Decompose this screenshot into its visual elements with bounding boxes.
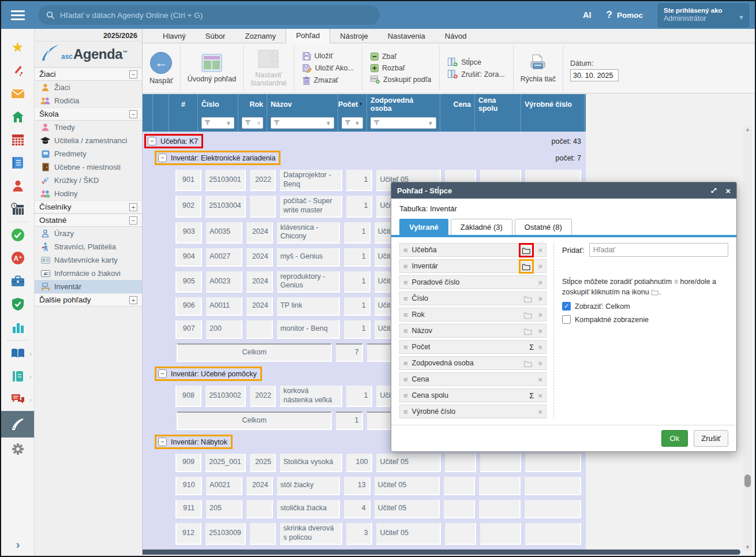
section-ciselniky[interactable]: Číselníky+: [35, 200, 142, 214]
sidebar-item-navstevnicke[interactable]: Návštevnícke karty: [35, 253, 142, 267]
remove-column-icon[interactable]: ×: [538, 343, 542, 352]
initial-view-button[interactable]: Úvodný pohľad: [188, 54, 236, 83]
column-header-cislo[interactable]: Číslo: [198, 94, 238, 114]
table-row[interactable]: 9092025_0012025Stolička vysoká100Učiteľ …: [143, 451, 586, 474]
column-header-pocet[interactable]: Počet▼: [338, 94, 367, 114]
hamburger-menu-button[interactable]: [1, 1, 35, 29]
save-view-button[interactable]: Uložiť: [301, 50, 334, 62]
vertical-scrollbar-thumb[interactable]: [744, 474, 751, 487]
dialog-title-bar[interactable]: Pohľad - Stĺpce ×: [391, 182, 736, 199]
add-column-search-input[interactable]: [589, 243, 728, 257]
table-row[interactable]: 910A00212024stôl žiacky13Učiteľ 05: [143, 474, 586, 498]
column-header-rok[interactable]: Rok: [238, 94, 267, 114]
settings-gear-icon[interactable]: [1, 438, 34, 461]
remove-column-icon[interactable]: ×: [538, 359, 542, 368]
filter-cislo[interactable]: ▼: [201, 117, 234, 129]
filter-rok[interactable]: ×: [242, 117, 263, 129]
column-header-vyrobne[interactable]: Výrobné číslo: [521, 94, 585, 114]
drag-handle-icon[interactable]: ≡: [403, 311, 408, 319]
quick-print-button[interactable]: Rýchla tlač: [521, 54, 556, 83]
remove-column-icon[interactable]: ×: [538, 294, 542, 303]
expand-rail-chevron[interactable]: ›: [1, 538, 35, 551]
group-folder-icon[interactable]: [523, 294, 533, 303]
group-folder-icon[interactable]: [523, 327, 533, 335]
sidebar-item-hodiny[interactable]: Hodiny: [35, 187, 142, 200]
group-folder-icon[interactable]: [522, 246, 531, 255]
pen-agenda-icon-active[interactable]: [1, 411, 34, 438]
cancel-button[interactable]: Zrušiť: [694, 430, 728, 447]
tab-subor[interactable]: Súbor: [196, 29, 235, 43]
remove-column-icon[interactable]: ×: [538, 408, 542, 416]
school-year-label[interactable]: 2025/2026: [35, 29, 142, 42]
delete-view-button[interactable]: Zmazať: [301, 74, 340, 87]
collapse-all-button[interactable]: Zbaľ: [369, 51, 398, 62]
collapse-toggle[interactable]: −: [129, 70, 137, 78]
grades-icon[interactable]: A⁺: [1, 246, 34, 270]
expand-toggle[interactable]: +: [129, 296, 137, 304]
ai-button[interactable]: AI: [583, 10, 592, 20]
drag-handle-icon[interactable]: ≡: [403, 375, 408, 384]
collapse-group-button[interactable]: −: [158, 154, 167, 162]
dialog-column-row[interactable]: ≡Rok×: [399, 308, 547, 322]
table-row[interactable]: 911205stolička žiacka4Učiteľ 05: [143, 498, 586, 521]
dialog-column-row[interactable]: ≡Číslo×: [399, 291, 547, 305]
dialog-tab-ostatne[interactable]: Ostatné (8): [515, 219, 572, 235]
dialog-column-row[interactable]: ≡PočetΣ×: [399, 340, 547, 354]
sum-sigma-icon[interactable]: Σ: [529, 391, 534, 400]
sidebar-item-informacie[interactable]: AInformácie o žiakovi: [35, 267, 142, 280]
table-row[interactable]: 91225103009skrinka dverová s policou3Uči…: [143, 521, 586, 547]
save-as-button[interactable]: Uložiť Ako...: [301, 62, 355, 74]
check-circle-icon[interactable]: [1, 223, 34, 246]
drag-handle-icon[interactable]: ≡: [403, 278, 408, 287]
expand-all-button[interactable]: Rozbaľ: [369, 62, 406, 74]
section-dalsie-pohlady[interactable]: Ďalšie pohľady+: [35, 293, 142, 306]
remove-column-icon[interactable]: ×: [538, 278, 542, 287]
sidebar-item-ucitelia[interactable]: Učitelia / zamestnanci: [35, 134, 142, 147]
magic-wand-icon[interactable]: [1, 59, 34, 82]
dialog-close-icon[interactable]: ×: [725, 186, 731, 196]
dialog-column-row[interactable]: ≡Cena spoluΣ×: [399, 388, 547, 402]
remove-column-icon[interactable]: ×: [538, 375, 542, 384]
dialog-column-row[interactable]: ≡Názov×: [399, 324, 547, 338]
tab-navod[interactable]: Návod: [435, 29, 477, 43]
show-total-checkbox[interactable]: ✓ Zobraziť: Celkom: [562, 302, 728, 311]
checkbox-checked-icon[interactable]: ✓: [562, 302, 571, 311]
documents-icon[interactable]: ›: [1, 365, 34, 388]
drag-handle-icon[interactable]: ≡: [403, 327, 408, 335]
date-input[interactable]: [570, 69, 619, 81]
sidebar-item-stravnici[interactable]: Stravníci, Platitelia: [35, 240, 142, 253]
help-button[interactable]: ? Pomoc: [607, 9, 643, 21]
remove-column-icon[interactable]: ×: [538, 246, 542, 255]
group-folder-icon[interactable]: [523, 359, 533, 368]
remove-column-icon[interactable]: ×: [538, 262, 542, 271]
ok-button[interactable]: Ok: [661, 430, 688, 447]
group-by-button[interactable]: Zoskupiť podľa: [369, 74, 432, 85]
collapse-toggle[interactable]: −: [129, 110, 137, 118]
collapse-group-button[interactable]: −: [148, 137, 156, 145]
favorites-star-icon[interactable]: ★: [1, 36, 34, 59]
scroll-up-arrow-icon[interactable]: ▲: [743, 126, 752, 132]
sidebar-item-rodicia[interactable]: Rodičia: [35, 94, 142, 107]
briefcase-icon[interactable]: [1, 270, 34, 293]
dialog-resize-icon[interactable]: [710, 187, 717, 194]
tab-zoznamy[interactable]: Zoznamy: [235, 29, 285, 43]
messages-icon[interactable]: ›: [1, 388, 34, 411]
tab-nastavenia[interactable]: Nastavenia: [378, 29, 435, 43]
tab-nastroje[interactable]: Nástroje: [330, 29, 377, 43]
drag-handle-icon[interactable]: ≡: [403, 294, 408, 303]
library-book-icon[interactable]: ›: [1, 342, 34, 365]
back-button[interactable]: ← Naspäť: [149, 52, 173, 85]
vertical-scrollbar[interactable]: ▲ ▼: [743, 125, 752, 551]
scroll-down-arrow-icon[interactable]: ▼: [743, 544, 752, 550]
column-header-nazov[interactable]: Názov: [267, 94, 338, 114]
filter-nazov[interactable]: ▼: [271, 117, 334, 129]
mail-icon[interactable]: [1, 82, 34, 105]
expand-toggle[interactable]: +: [129, 203, 137, 211]
statistics-bars-icon[interactable]: [1, 316, 34, 339]
dialog-column-row[interactable]: ≡Poradové číslo×: [399, 275, 547, 289]
collapse-toggle[interactable]: −: [129, 216, 137, 225]
drag-handle-icon[interactable]: ≡: [403, 359, 408, 368]
dialog-column-row[interactable]: ≡Výrobné číslo×: [399, 405, 547, 418]
sidebar-item-ucebne[interactable]: Učebne - miestnosti: [35, 160, 142, 174]
group-folder-icon[interactable]: [523, 311, 533, 319]
